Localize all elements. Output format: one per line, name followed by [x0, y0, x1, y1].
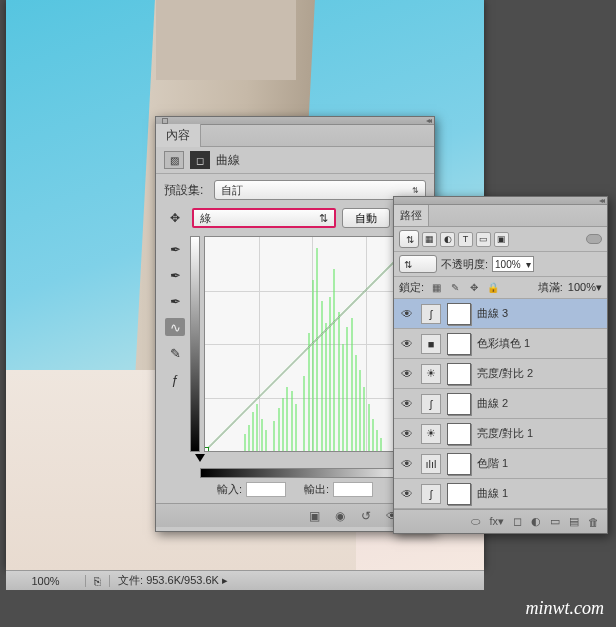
layer-filter-row: ⇅ ▦ ◐ T ▭ ▣ — [394, 227, 607, 252]
layer-row[interactable]: 👁 ☀ 亮度/對比 2 — [394, 359, 607, 389]
eyedropper-white-icon[interactable]: ✒ — [165, 292, 185, 310]
layer-row[interactable]: 👁 ∫ 曲線 1 — [394, 479, 607, 509]
layer-row[interactable]: 👁 ılıl 色階 1 — [394, 449, 607, 479]
curves-adj-icon: ∫ — [421, 394, 441, 414]
fill-value[interactable]: 100%▾ — [568, 281, 602, 294]
watermark: minwt.com — [526, 598, 605, 619]
filter-pixel-icon[interactable]: ▦ — [422, 232, 437, 247]
share-icon[interactable]: ⎘ — [86, 575, 110, 587]
lock-pixels-icon[interactable]: ✎ — [448, 281, 462, 295]
reset-icon[interactable]: ↺ — [358, 509, 374, 523]
filter-type-icon[interactable]: T — [458, 232, 473, 247]
filter-kind-select[interactable]: ⇅ — [399, 230, 419, 248]
new-layer-icon[interactable]: ▤ — [569, 515, 579, 528]
tab-paths[interactable]: 路徑 — [394, 205, 429, 226]
link-icon[interactable]: ⬭ — [471, 515, 480, 528]
filter-adjust-icon[interactable]: ◐ — [440, 232, 455, 247]
channel-select[interactable]: 綠⇅ — [192, 208, 336, 228]
eyedropper-black-icon[interactable]: ✒ — [165, 240, 185, 258]
curve-draw-tool-icon[interactable]: ✎ — [165, 344, 185, 362]
layer-name[interactable]: 亮度/對比 1 — [477, 426, 602, 441]
layers-panel: ◂◂ 路徑 ⇅ ▦ ◐ T ▭ ▣ ⇅ 不透明度: 100%▾ 鎖定: ▦ ✎ … — [393, 196, 608, 534]
adjustment-add-icon[interactable]: ◐ — [531, 515, 541, 528]
output-value[interactable] — [333, 482, 373, 497]
filter-smart-icon[interactable]: ▣ — [494, 232, 509, 247]
curve-line — [205, 237, 419, 451]
input-value[interactable] — [246, 482, 286, 497]
layer-row[interactable]: 👁 ■ 色彩填色 1 — [394, 329, 607, 359]
output-label: 輸出: — [304, 482, 329, 497]
opacity-value[interactable]: 100%▾ — [492, 256, 534, 272]
layer-mask[interactable] — [447, 483, 471, 505]
tab-properties[interactable]: 內容 — [156, 124, 201, 147]
preset-label: 預設集: — [164, 182, 208, 199]
layer-row[interactable]: 👁 ∫ 曲線 2 — [394, 389, 607, 419]
layer-mask[interactable] — [447, 303, 471, 325]
doc-label: 文件: — [118, 574, 143, 586]
lock-transparent-icon[interactable]: ▦ — [429, 281, 443, 295]
chevron-down-icon: ▾ — [596, 281, 602, 293]
panel-menu-icon[interactable]: ◂◂ — [426, 116, 430, 125]
layer-row[interactable]: 👁 ☀ 亮度/對比 1 — [394, 419, 607, 449]
output-gradient — [190, 236, 200, 452]
blend-mode-select[interactable]: ⇅ — [399, 255, 437, 273]
layer-mask[interactable] — [447, 363, 471, 385]
panel-grip[interactable]: ◂◂ — [394, 197, 607, 205]
svg-line-1 — [205, 237, 419, 451]
visibility-icon[interactable]: 👁 — [399, 397, 415, 411]
curves-graph[interactable] — [204, 236, 420, 452]
black-point-handle[interactable] — [204, 447, 209, 452]
blend-row: ⇅ 不透明度: 100%▾ — [394, 252, 607, 277]
layer-mask[interactable] — [447, 333, 471, 355]
chevron-down-icon: ⇅ — [406, 234, 414, 245]
doc-size: 953.6K/953.6K — [146, 574, 219, 586]
clip-icon[interactable]: ▣ — [306, 509, 322, 523]
lock-position-icon[interactable]: ✥ — [467, 281, 481, 295]
chevron-down-icon: ▾ — [526, 259, 531, 270]
visibility-icon[interactable]: 👁 — [399, 337, 415, 351]
visibility-icon[interactable]: 👁 — [399, 487, 415, 501]
curve-point-tool-icon[interactable]: ∿ — [165, 318, 185, 336]
panel-menu-icon[interactable]: ◂◂ — [599, 196, 603, 205]
brightness-adj-icon: ☀ — [421, 364, 441, 384]
filter-switch[interactable] — [586, 234, 602, 244]
trash-icon[interactable]: 🗑 — [588, 516, 599, 528]
visibility-icon[interactable]: 👁 — [399, 457, 415, 471]
layer-name[interactable]: 曲線 1 — [477, 486, 602, 501]
lock-all-icon[interactable]: 🔒 — [486, 281, 500, 295]
auto-button[interactable]: 自動 — [342, 208, 390, 228]
input-sliders[interactable] — [200, 454, 416, 468]
layer-name[interactable]: 曲線 2 — [477, 396, 602, 411]
view-previous-icon[interactable]: ◉ — [332, 509, 348, 523]
eyedropper-gray-icon[interactable]: ✒ — [165, 266, 185, 284]
levels-adj-icon: ılıl — [421, 454, 441, 474]
group-icon[interactable]: ▭ — [550, 515, 560, 528]
layers-tabs: 路徑 — [394, 205, 607, 227]
layer-name[interactable]: 曲線 3 — [477, 306, 602, 321]
black-slider[interactable] — [195, 454, 205, 462]
visibility-icon[interactable]: 👁 — [399, 367, 415, 381]
target-adjust-icon[interactable]: ✥ — [164, 209, 186, 227]
layer-mask[interactable] — [447, 423, 471, 445]
filter-shape-icon[interactable]: ▭ — [476, 232, 491, 247]
mask-icon[interactable]: ◻ — [190, 151, 210, 169]
layer-mask[interactable] — [447, 393, 471, 415]
adjustment-icon[interactable]: ▨ — [164, 151, 184, 169]
fx-icon[interactable]: fx▾ — [489, 515, 504, 528]
layer-mask[interactable] — [447, 453, 471, 475]
chevron-down-icon: ⇅ — [404, 259, 412, 270]
layers-footer: ⬭ fx▾ ◻ ◐ ▭ ▤ 🗑 — [394, 509, 607, 533]
curves-adj-icon: ∫ — [421, 484, 441, 504]
mask-add-icon[interactable]: ◻ — [513, 515, 522, 528]
visibility-icon[interactable]: 👁 — [399, 307, 415, 321]
visibility-icon[interactable]: 👁 — [399, 427, 415, 441]
layer-name[interactable]: 亮度/對比 2 — [477, 366, 602, 381]
chevron-updown-icon: ⇅ — [412, 186, 419, 195]
zoom-level[interactable]: 100% — [6, 575, 86, 587]
close-icon[interactable] — [162, 118, 168, 124]
smooth-tool-icon[interactable]: ƒ — [165, 370, 185, 388]
layer-name[interactable]: 色彩填色 1 — [477, 336, 602, 351]
lock-label: 鎖定: — [399, 280, 424, 295]
layer-name[interactable]: 色階 1 — [477, 456, 602, 471]
layer-row[interactable]: 👁 ∫ 曲線 3 — [394, 299, 607, 329]
